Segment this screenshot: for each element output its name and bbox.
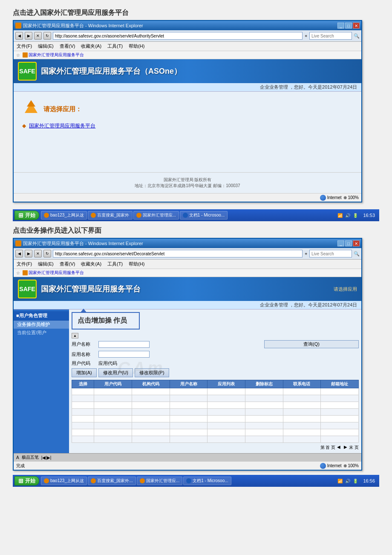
favorites-bar-1: ☆ 国家外汇管理局应用服务平台: [14, 51, 361, 59]
address-input-2[interactable]: [53, 250, 303, 257]
taskbar-item-2-1[interactable]: 百度搜索_国家外...: [88, 477, 136, 485]
taskbar-item-1-3[interactable]: 文档1 - Microsoo...: [180, 211, 228, 220]
search-go-2[interactable]: 🔍: [354, 251, 360, 257]
menu-tools-2[interactable]: 工具(T): [106, 260, 124, 268]
fav-item-1[interactable]: 国家外汇管理局应用服务平台: [23, 52, 84, 58]
add-btn[interactable]: 增加(A): [72, 368, 97, 377]
modify-perms-btn[interactable]: 修改权限(P): [135, 368, 169, 377]
tray-icon-2: 🔊: [344, 212, 351, 219]
maximize-btn-1[interactable]: □: [345, 23, 352, 29]
username-input[interactable]: [98, 341, 150, 348]
appname-input[interactable]: [98, 351, 150, 358]
stop-btn-1[interactable]: ✕: [34, 32, 42, 40]
taskbar-items-1: bao123_上网从这 百度搜索_国家外 国家外汇管理应... 文档1 - Mi…: [41, 211, 335, 220]
taskbar-item-2-3[interactable]: 文档1 - Microsoo...: [183, 477, 231, 485]
taskbar-dot-2-3: [186, 478, 191, 483]
tray-network-2: 📶: [337, 477, 343, 484]
close-btn-1[interactable]: ✕: [353, 23, 360, 29]
fav-icon-1: [23, 52, 28, 58]
query-btn[interactable]: 查询(Q): [264, 340, 359, 348]
search-input-2[interactable]: [309, 250, 352, 257]
stop-btn-2[interactable]: ✕: [34, 250, 42, 257]
popup-arrow: [80, 309, 87, 313]
tray-icon-3: 🔋: [352, 212, 359, 219]
start-btn-2[interactable]: ⊞ 开始: [14, 476, 39, 486]
prev-page-btn[interactable]: ◀: [337, 445, 340, 451]
table-row: [72, 422, 359, 429]
menu-help-2[interactable]: 帮助(H): [127, 260, 146, 268]
search-go-1[interactable]: 🔍: [354, 33, 360, 39]
table-row: [72, 429, 359, 436]
toolbar-2: ◀ ▶ ✕ ↻ ✦ 🔍: [14, 248, 361, 260]
minimize-btn-2[interactable]: _: [337, 240, 344, 246]
close-btn-2[interactable]: ✕: [353, 240, 360, 246]
sidebar-section-role-mgmt[interactable]: ■用户角色管理: [14, 311, 69, 321]
next-page-btn[interactable]: ▶: [344, 445, 347, 451]
menu-edit-1[interactable]: 编辑(E): [37, 43, 55, 50]
menu-view-1[interactable]: 查看(V): [58, 43, 77, 50]
taskbar-item-1-2[interactable]: 国家外汇管理应...: [133, 211, 179, 220]
select-app-label-1: 请选择应用：: [22, 100, 353, 118]
table-row: [72, 436, 359, 443]
th-phone: 联系电话: [283, 380, 321, 388]
menu-tools-1[interactable]: 工具(T): [106, 43, 124, 50]
menu-favs-2[interactable]: 收藏夹(A): [80, 260, 103, 268]
table-row: [72, 388, 359, 395]
menu-favs-1[interactable]: 收藏夹(A): [80, 43, 103, 50]
th-username: 用户名称: [170, 380, 208, 388]
taskbar-tray-2: 📶 🔊 🔋: [337, 477, 359, 484]
statusbar-1: Internet ⊕ 100%: [14, 193, 361, 202]
menu-help-1[interactable]: 帮助(H): [127, 43, 146, 50]
sidebar-item-current-user[interactable]: 当前位置/用户: [14, 329, 69, 337]
forward-btn-2[interactable]: ▶: [25, 250, 32, 257]
address-input-1[interactable]: [53, 32, 303, 40]
taskbar-item-1-0[interactable]: bao123_上网从这: [41, 211, 87, 220]
taskbar-dot-1-3: [183, 213, 188, 218]
taskbar-item-2-2[interactable]: 国家外汇管理应...: [137, 477, 182, 485]
user-table: 选择 用户代码 机构代码 用户名称 应用列表 删除标志 联系电话 邮箱地址: [72, 380, 359, 443]
globe-icon-1: [320, 195, 326, 201]
table-row: [72, 395, 359, 402]
app-title-1: 国家外汇管理局应用服务平台（ASOne）: [41, 66, 182, 76]
menu-edit-2[interactable]: 编辑(E): [37, 260, 55, 268]
browser-content-2: SAFE 国家外汇管理局应用服务平台 请选择应用 企业业务管理 ，您好。今天是2…: [14, 277, 361, 453]
modify-user-btn[interactable]: 修改用户(U): [98, 368, 133, 377]
code-form-grid: 用户代码 应用代码: [72, 360, 359, 367]
favorites-bar-2: ☆ 国家外汇管理局应用服务平台: [14, 269, 361, 277]
minimize-btn-1[interactable]: _: [337, 23, 344, 29]
app-main-content-1: 请选择应用： ◆ 国家外汇管理局应用服务平台: [14, 92, 361, 138]
taskbar-dot-1-2: [136, 213, 141, 218]
search-input-1[interactable]: [309, 32, 352, 40]
select-app-hint: 请选择应用: [334, 286, 357, 292]
back-btn-1[interactable]: ◀: [15, 32, 23, 40]
add-operator-popup: 点击增加操 作员: [72, 312, 140, 330]
menu-view-2[interactable]: 查看(V): [58, 260, 77, 268]
refresh-btn-1[interactable]: ↻: [43, 32, 51, 40]
start-btn-1[interactable]: ⊞ 开始: [14, 211, 39, 220]
menu-file-1[interactable]: 文件(F): [15, 43, 33, 50]
app-subheader-2: 企业业务管理 ，您好。今天是2012年07月24日: [14, 301, 361, 309]
popup-text: 点击增加操 作员: [78, 316, 134, 325]
maximize-btn-2[interactable]: □: [345, 240, 352, 246]
start-icon-2: ⊞: [18, 477, 23, 484]
taskbar-items-2: bao123_上网从这 百度搜索_国家外... 国家外汇管理应... 文档1 -…: [41, 477, 335, 485]
refresh-btn-2[interactable]: ↻: [43, 250, 51, 257]
appcode-label: 应用代码: [98, 360, 124, 367]
browser-icon-1: [15, 23, 21, 29]
forward-btn-1[interactable]: ▶: [25, 32, 32, 40]
th-email: 邮箱地址: [321, 380, 359, 388]
tray-volume-2: 🔊: [344, 477, 351, 484]
titlebar-controls-2: _ □ ✕: [337, 240, 360, 246]
taskbar-dot-1-1: [91, 213, 96, 218]
fav-item-2[interactable]: 国家外汇管理局应用服务平台: [23, 270, 84, 276]
app-link-1[interactable]: ◆ 国家外汇管理局应用服务平台: [22, 122, 353, 130]
taskbar-item-1-1[interactable]: 百度搜索_国家外: [88, 211, 133, 220]
tray-icon-1: 📶: [337, 212, 343, 219]
titlebar-2: 国家外汇管理局应用服务平台 - Windows Internet Explore…: [14, 239, 361, 248]
sidebar-item-bizop[interactable]: 业务操作员维护: [14, 321, 69, 329]
back-btn-2[interactable]: ◀: [15, 250, 23, 257]
menu-file-2[interactable]: 文件(F): [15, 260, 33, 268]
table-body-2: [72, 388, 359, 443]
status-text-2: 完成: [16, 463, 25, 469]
taskbar-item-2-0[interactable]: bao123_上网从这: [41, 477, 87, 485]
